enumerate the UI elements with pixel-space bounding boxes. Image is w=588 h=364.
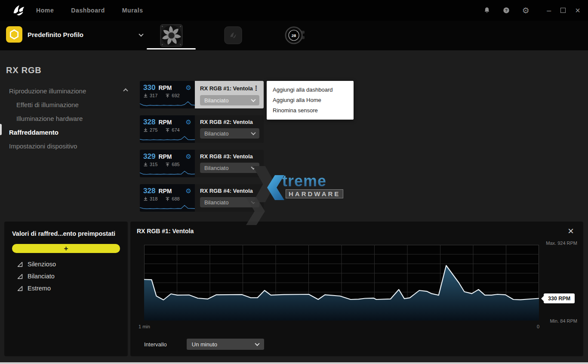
svg-text:?: ? [505, 8, 508, 12]
fan-info[interactable]: RX RGB #3: Ventola Bilanciato [195, 150, 264, 177]
menu-item-add-home[interactable]: Aggiungi alla Home [267, 95, 354, 105]
app: Home Dashboard Murals ? ⚙ – × [0, 0, 588, 364]
fan-name: RX RGB #4: Ventola [200, 188, 253, 194]
min-rpm: 315 [150, 162, 157, 167]
preset-value: Bilanciato [204, 165, 228, 171]
preset-item-estremo[interactable]: Estremo [4, 282, 128, 294]
fan-name: RX RGB #2: Ventola [200, 119, 253, 125]
preset-item-silenzioso[interactable]: Silenzioso [4, 258, 128, 270]
interval-value: Un minuto [192, 341, 217, 348]
rpm-value: 328 [143, 118, 155, 126]
fan-row-3: 329 RPM ⚙ 315 685 RX RGB #3: Ventola Bil… [140, 150, 264, 177]
preset-dropdown[interactable]: Bilanciato [200, 128, 259, 139]
kebab-menu-icon[interactable]: ⋮ [253, 84, 259, 92]
rpm-sparkline [140, 202, 195, 212]
watermark-x-arrow [267, 175, 284, 200]
preset-value: Bilanciato [204, 199, 228, 206]
rpm-value: 330 [143, 83, 155, 92]
nav-murals[interactable]: Murals [122, 7, 143, 14]
title-bar: Home Dashboard Murals ? ⚙ – × [0, 0, 588, 21]
preset-dropdown[interactable]: Bilanciato [200, 163, 259, 173]
profile-icon [6, 26, 22, 43]
device-tab-cooler[interactable]: 28 [271, 22, 320, 49]
max-rpm: 692 [172, 93, 179, 98]
fan-info[interactable]: RX RGB #1: Ventola ⋮ Bilanciato [195, 81, 264, 108]
min-rpm: 275 [150, 127, 157, 133]
fan-gear-icon[interactable]: ⚙ [186, 153, 191, 160]
notifications-bell-icon[interactable] [483, 6, 491, 15]
minimize-button[interactable]: – [547, 8, 551, 12]
cooler-temp: 28 [292, 33, 296, 38]
fan-rpm-tile[interactable]: 330 RPM ⚙ 317 692 [140, 81, 195, 108]
preset-label: Estremo [28, 285, 51, 292]
min-rpm: 317 [150, 93, 157, 98]
nav-home[interactable]: Home [36, 7, 54, 14]
sidebar-item-impostazioni[interactable]: Impostazioni dispositivo [0, 139, 139, 153]
rpm-sparkline [140, 99, 195, 108]
add-preset-button[interactable]: + [12, 244, 120, 253]
fan-gear-icon[interactable]: ⚙ [186, 84, 191, 92]
maximize-button[interactable] [560, 8, 566, 13]
device-header: Predefinito Profilo [0, 21, 588, 50]
preset-dropdown[interactable]: Bilanciato [200, 95, 259, 105]
profile-selector[interactable]: Predefinito Profilo [6, 26, 143, 43]
fan-info[interactable]: RX RGB #2: Ventola Bilanciato [195, 115, 264, 143]
device-tab-keyboard[interactable] [209, 22, 258, 49]
min-arrow-icon [143, 197, 148, 201]
fan-rpm-tile[interactable]: 328 RPM ⚙ 318 688 [140, 184, 195, 212]
help-icon[interactable]: ? [502, 6, 511, 15]
chart-max-label: Max. 924 RPM [546, 241, 577, 246]
preset-item-bilanciato[interactable]: Bilanciato [4, 270, 128, 282]
fan-name: RX RGB #1: Ventola [200, 85, 253, 92]
fan-gear-icon[interactable]: ⚙ [186, 187, 191, 195]
fan-row-1: 330 RPM ⚙ 317 692 RX RGB #1: Ventola ⋮ B… [140, 81, 264, 108]
chevron-down-icon [251, 97, 256, 102]
min-arrow-icon [143, 128, 148, 133]
chevron-up-icon [123, 88, 128, 93]
fan-name: RX RGB #3: Ventola [200, 153, 253, 160]
close-chart-icon[interactable]: × [568, 225, 574, 237]
sidebar-selection-indicator [0, 124, 2, 135]
menu-item-add-dashboard[interactable]: Aggiungi alla dashboard [267, 85, 354, 95]
interval-dropdown[interactable]: Un minuto [187, 339, 264, 350]
rpm-sparkline [140, 168, 195, 177]
nav-dashboard[interactable]: Dashboard [71, 7, 105, 14]
max-arrow-icon [165, 197, 170, 201]
max-arrow-icon [165, 93, 170, 98]
top-navigation: Home Dashboard Murals [36, 7, 143, 14]
rpm-unit: RPM [158, 188, 172, 194]
interval-label: Intervallo [144, 341, 167, 348]
max-arrow-icon [165, 128, 170, 133]
corsair-sails [12, 5, 25, 16]
context-menu: Aggiungi alla dashboard Aggiungi alla Ho… [267, 81, 354, 120]
chart-title: RX RGB #1: Ventola [137, 228, 194, 234]
current-rpm-tooltip: 330 RPM [544, 293, 575, 303]
fan-gear-icon[interactable]: ⚙ [186, 118, 191, 126]
fan-info[interactable]: RX RGB #4: Ventola Bilanciato [195, 184, 264, 212]
cooling-chart [144, 245, 539, 321]
interval-row: Intervallo Un minuto [144, 339, 264, 350]
watermark-text: treme [282, 172, 326, 190]
fan-row-2: 328 RPM ⚙ 275 674 RX RGB #2: Ventola Bil… [140, 115, 264, 143]
close-button[interactable]: × [575, 8, 580, 13]
corsair-logo-icon[interactable] [12, 4, 26, 17]
fan-device-icon [160, 24, 183, 47]
preset-dropdown[interactable]: Bilanciato [200, 197, 259, 207]
fan-curve-icon [17, 274, 23, 279]
menu-item-rename-sensor[interactable]: Rinomina sensore [267, 105, 354, 116]
preset-list: Silenzioso Bilanciato Estremo [4, 258, 128, 294]
settings-gear-icon[interactable]: ⚙ [521, 6, 530, 15]
fan-rpm-tile[interactable]: 329 RPM ⚙ 315 685 [140, 150, 195, 177]
min-arrow-icon [143, 162, 148, 167]
sidebar-item-raffreddamento[interactable]: Raffreddamento [0, 125, 139, 139]
fan-rpm-tile[interactable]: 328 RPM ⚙ 275 674 [140, 115, 195, 143]
fan-curve-icon [17, 286, 23, 291]
chart-x-right-label: 0 [537, 324, 539, 329]
chart-min-label: Min. 84 RPM [550, 318, 577, 324]
device-tab-fan[interactable] [147, 22, 196, 49]
max-rpm: 685 [172, 162, 179, 167]
sidebar-item-riproduzione[interactable]: Riproduzione illuminazione [0, 84, 139, 98]
sidebar-item-illuminazione-hw[interactable]: Illuminazione hardware [0, 111, 139, 125]
sidebar-item-effetti[interactable]: Effetti di illuminazione [0, 98, 139, 111]
sidebar-item-label: Raffreddamento [9, 129, 58, 136]
